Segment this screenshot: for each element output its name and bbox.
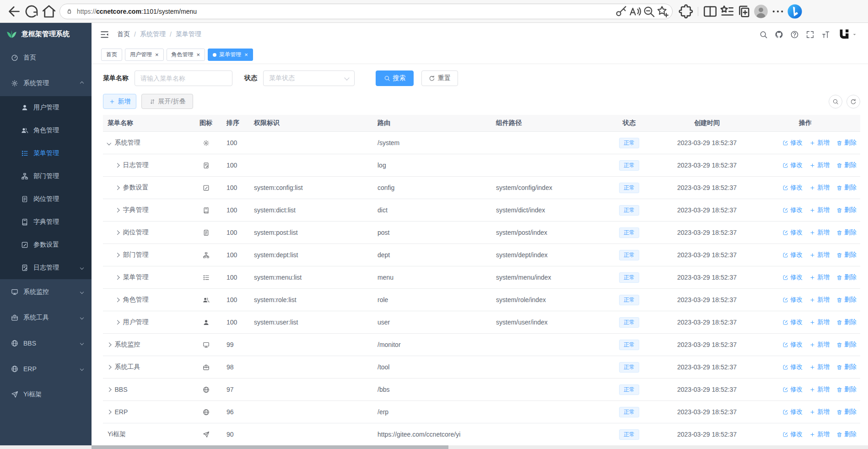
address-bar[interactable]: https://ccnetcore.com:1101/system/menu (59, 4, 673, 19)
row-add-link[interactable]: 新增 (809, 273, 830, 281)
row-edit-link[interactable]: 修改 (782, 206, 803, 214)
sidebar-item-erp[interactable]: ERP (0, 356, 92, 382)
profile-icon[interactable] (753, 4, 769, 19)
sidebar-item-user[interactable]: 用户管理 (0, 96, 92, 119)
row-delete-link[interactable]: 删除 (836, 363, 857, 371)
sidebar-item-post[interactable]: 岗位管理 (0, 188, 92, 211)
sidebar-item-bbs[interactable]: BBS (0, 330, 92, 356)
row-add-link[interactable]: 新增 (809, 341, 830, 349)
favorites-bar-icon[interactable] (719, 4, 735, 19)
tab-menu[interactable]: 菜单管理× (208, 49, 253, 61)
row-delete-link[interactable]: 删除 (836, 184, 857, 192)
row-add-link[interactable]: 新增 (809, 206, 830, 214)
sidebar-item-role[interactable]: 角色管理 (0, 119, 92, 142)
sidebar-item-menu[interactable]: 菜单管理 (0, 142, 92, 165)
row-delete-link[interactable]: 删除 (836, 251, 857, 259)
sidebar-item-yi[interactable]: Yi框架 (0, 382, 92, 407)
row-edit-link[interactable]: 修改 (782, 251, 803, 259)
search-icon[interactable] (759, 30, 768, 39)
row-add-link[interactable]: 新增 (809, 161, 830, 169)
font-size-icon[interactable] (821, 30, 830, 39)
expand-row-toggle[interactable] (115, 320, 119, 324)
expand-row-toggle[interactable] (107, 365, 111, 369)
row-edit-link[interactable]: 修改 (782, 273, 803, 281)
row-delete-link[interactable]: 删除 (836, 296, 857, 304)
fullscreen-icon[interactable] (806, 30, 814, 39)
expand-collapse-button[interactable]: 展开/折叠 (141, 94, 193, 109)
row-delete-link[interactable]: 删除 (836, 318, 857, 326)
reload-icon[interactable] (23, 3, 40, 20)
row-add-link[interactable]: 新增 (809, 363, 830, 371)
expand-row-toggle[interactable] (115, 230, 119, 234)
row-edit-link[interactable]: 修改 (782, 139, 803, 147)
row-delete-link[interactable]: 删除 (836, 385, 857, 394)
reset-button[interactable]: 重置 (421, 70, 458, 86)
row-edit-link[interactable]: 修改 (782, 341, 803, 349)
sidebar-item-tool[interactable]: 系统工具 (0, 305, 92, 330)
row-add-link[interactable]: 新增 (809, 408, 830, 416)
expand-row-toggle[interactable] (115, 253, 119, 257)
row-delete-link[interactable]: 删除 (836, 408, 857, 416)
row-add-link[interactable]: 新增 (809, 184, 830, 192)
expand-row-toggle[interactable] (115, 163, 119, 167)
expand-row-toggle[interactable] (107, 387, 111, 391)
scrollbar-thumb[interactable] (92, 445, 448, 449)
key-icon[interactable] (615, 5, 628, 18)
expand-row-toggle[interactable] (115, 185, 119, 189)
expand-row-toggle[interactable] (107, 342, 111, 346)
tab-role[interactable]: 角色管理× (167, 49, 205, 61)
menu-name-input[interactable] (135, 70, 232, 86)
yi-logo-icon[interactable] (837, 27, 851, 41)
add-button[interactable]: 新增 (103, 94, 136, 109)
row-delete-link[interactable]: 删除 (836, 228, 857, 237)
tab-home[interactable]: 首页 (101, 49, 122, 61)
split-screen-icon[interactable] (702, 4, 718, 19)
bing-icon[interactable] (787, 4, 803, 19)
refresh-table-button[interactable] (846, 95, 860, 108)
github-icon[interactable] (775, 30, 783, 39)
close-icon[interactable]: × (155, 52, 159, 58)
expand-row-toggle[interactable] (115, 275, 119, 279)
search-button[interactable]: 搜索 (376, 70, 414, 86)
menu-fold-icon[interactable] (100, 30, 109, 39)
more-icon[interactable] (770, 4, 786, 19)
sidebar-item-dept[interactable]: 部门管理 (0, 165, 92, 188)
row-edit-link[interactable]: 修改 (782, 408, 803, 416)
row-add-link[interactable]: 新增 (809, 251, 830, 259)
row-edit-link[interactable]: 修改 (782, 385, 803, 394)
home-icon[interactable] (40, 3, 58, 20)
sidebar-item-log[interactable]: 日志管理 (0, 256, 92, 279)
row-edit-link[interactable]: 修改 (782, 318, 803, 326)
row-add-link[interactable]: 新增 (809, 228, 830, 237)
row-delete-link[interactable]: 删除 (836, 139, 857, 147)
sidebar-item-config[interactable]: 参数设置 (0, 233, 92, 256)
row-edit-link[interactable]: 修改 (782, 430, 803, 438)
sidebar-item-system[interactable]: 系统管理 (0, 70, 92, 96)
status-select[interactable]: 菜单状态 (263, 70, 355, 86)
zoom-out-icon[interactable] (642, 5, 656, 18)
expand-row-toggle[interactable] (107, 410, 111, 414)
row-delete-link[interactable]: 删除 (836, 430, 857, 438)
row-edit-link[interactable]: 修改 (782, 184, 803, 192)
row-add-link[interactable]: 新增 (809, 430, 830, 438)
expand-row-toggle[interactable] (115, 298, 119, 302)
row-add-link[interactable]: 新增 (809, 139, 830, 147)
row-edit-link[interactable]: 修改 (782, 228, 803, 237)
row-delete-link[interactable]: 删除 (836, 273, 857, 281)
sidebar-item-dict[interactable]: 字典管理 (0, 211, 92, 233)
close-icon[interactable]: × (244, 52, 248, 58)
collapse-row-toggle[interactable] (107, 141, 111, 145)
close-icon[interactable]: × (197, 52, 200, 58)
row-edit-link[interactable]: 修改 (782, 161, 803, 169)
back-icon[interactable] (5, 3, 23, 20)
chevron-down-icon[interactable] (851, 31, 858, 38)
sidebar-item-monitor[interactable]: 系统监控 (0, 279, 92, 305)
favorite-add-icon[interactable] (656, 5, 669, 18)
read-aloud-icon[interactable] (628, 5, 642, 18)
row-add-link[interactable]: 新增 (809, 385, 830, 394)
sidebar-item-home[interactable]: 首页 (0, 45, 92, 70)
row-delete-link[interactable]: 删除 (836, 341, 857, 349)
tab-user[interactable]: 用户管理× (125, 49, 164, 61)
row-delete-link[interactable]: 删除 (836, 161, 857, 169)
row-add-link[interactable]: 新增 (809, 296, 830, 304)
